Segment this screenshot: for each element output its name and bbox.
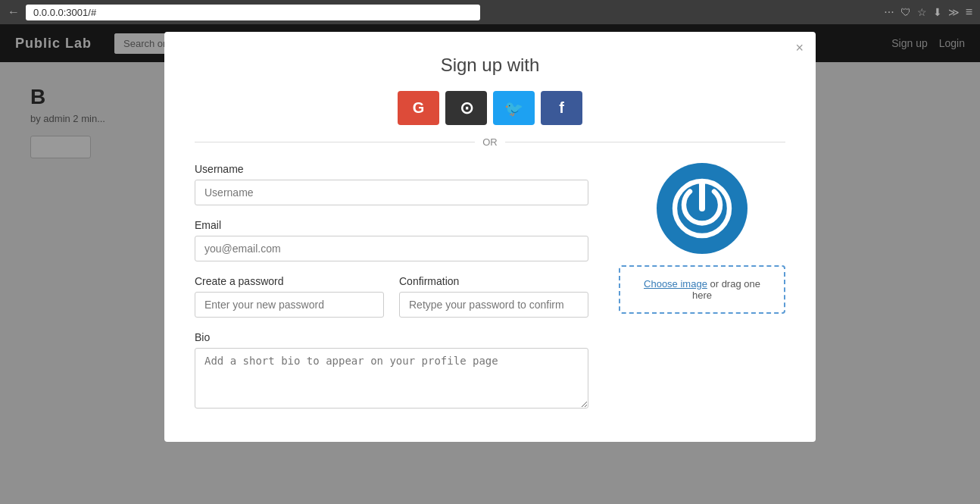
browser-star-icon[interactable]: ☆ (917, 6, 927, 18)
modal-close-button[interactable]: × (795, 41, 804, 55)
password-group: Create a password (195, 275, 384, 318)
password-input[interactable] (195, 292, 384, 318)
username-input[interactable] (195, 180, 588, 205)
email-input[interactable] (195, 236, 588, 261)
or-divider: OR (195, 136, 785, 148)
confirm-input[interactable] (399, 292, 588, 318)
twitter-icon: 🐦 (504, 99, 523, 117)
password-row: Create a password Confirmation (195, 275, 588, 318)
browser-chrome: ← 0.0.0.0:3001/# ··· 🛡 ☆ ⬇ ≫ ≡ (0, 0, 980, 24)
social-buttons-row: G ⊙ 🐦 f (195, 91, 785, 125)
or-text: OR (482, 136, 498, 148)
twitter-signup-button[interactable]: 🐦 (493, 91, 535, 125)
email-group: Email (195, 219, 588, 261)
bio-label: Bio (195, 331, 588, 343)
modal-columns: Username Email Create a password (195, 163, 785, 419)
confirm-group: Confirmation (399, 275, 588, 318)
avatar (657, 163, 747, 254)
modal-title: Sign up with (195, 55, 785, 76)
bio-group: Bio (195, 331, 588, 412)
browser-back[interactable]: ← (8, 5, 20, 19)
username-label: Username (195, 163, 588, 175)
google-signup-button[interactable]: G (398, 91, 439, 125)
choose-image-link[interactable]: Choose image (644, 278, 707, 290)
image-upload-area[interactable]: Choose image or drag one here (619, 265, 785, 314)
signup-modal: × Sign up with G ⊙ 🐦 f OR (164, 32, 816, 442)
modal-overlay: × Sign up with G ⊙ 🐦 f OR (0, 24, 980, 504)
browser-menu-icon[interactable]: ··· (884, 5, 894, 19)
browser-url[interactable]: 0.0.0.0:3001/# (26, 5, 480, 20)
username-group: Username (195, 163, 588, 205)
page-background: Public Lab 🔍 Get Involved About us Store… (0, 24, 980, 504)
avatar-section: Choose image or drag one here (619, 163, 785, 419)
password-label: Create a password (195, 275, 384, 287)
power-icon (672, 178, 732, 239)
form-section: Username Email Create a password (195, 163, 588, 419)
browser-hamburger-icon[interactable]: ≡ (966, 5, 972, 19)
browser-shield-icon: 🛡 (900, 6, 911, 18)
confirm-label: Confirmation (399, 275, 588, 287)
google-icon: G (413, 99, 425, 117)
github-signup-button[interactable]: ⊙ (445, 91, 487, 125)
github-icon: ⊙ (460, 99, 473, 118)
browser-download-icon[interactable]: ⬇ (933, 6, 942, 18)
facebook-signup-button[interactable]: f (541, 91, 582, 125)
facebook-icon: f (559, 99, 564, 117)
browser-extend-icon[interactable]: ≫ (948, 6, 960, 18)
email-label: Email (195, 219, 588, 231)
bio-textarea[interactable] (195, 348, 588, 409)
